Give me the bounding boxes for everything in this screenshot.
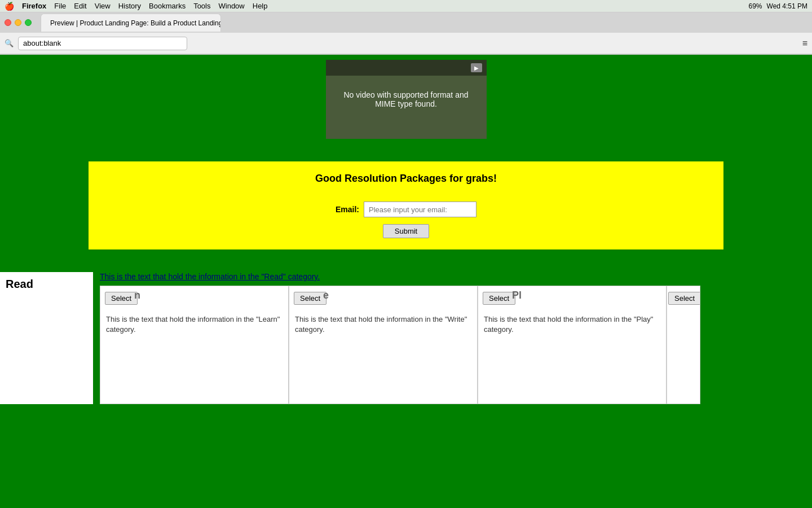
traffic-lights <box>5 19 32 26</box>
card-write-header: e <box>323 290 329 301</box>
card-learn-header: n <box>134 290 140 301</box>
cards-row: Select n This is the text that hold the … <box>100 286 812 404</box>
promo-title: Good Resolution Packages for grabs! <box>100 173 712 185</box>
video-error-text: No video with supported format and MIME … <box>326 90 487 108</box>
card-learn: Select n This is the text that hold the … <box>100 286 289 404</box>
card-write: Select e This is the text that hold the … <box>289 286 478 404</box>
card-play-header: Pl <box>512 290 522 301</box>
menu-bar-left: 🍎 Firefox File Edit View History Bookmar… <box>5 2 739 11</box>
tab-title: Preview | Product Landing Page: Build a … <box>50 19 221 27</box>
browser-chrome: Preview | Product Landing Page: Build a … <box>0 12 812 55</box>
submit-button[interactable]: Submit <box>383 224 429 238</box>
read-label: Read <box>6 278 33 291</box>
menu-window[interactable]: Window <box>219 2 245 10</box>
video-section: ▶ No video with supported format and MIM… <box>0 54 812 139</box>
page-content: ▶ No video with supported format and MIM… <box>0 54 812 508</box>
select-button-play[interactable]: Select <box>483 292 515 305</box>
minimize-button[interactable] <box>15 19 21 26</box>
menu-help[interactable]: Help <box>253 2 268 10</box>
browser-menu-icon[interactable]: ≡ <box>802 38 807 49</box>
menu-edit[interactable]: Edit <box>74 2 86 10</box>
menu-view[interactable]: View <box>95 2 111 10</box>
card-play: Select Pl This is the text that hold the… <box>478 286 667 404</box>
select-button-partial[interactable]: Select <box>668 292 700 305</box>
active-tab[interactable]: Preview | Product Landing Page: Build a … <box>41 14 221 32</box>
select-button-learn[interactable]: Select <box>105 292 138 305</box>
video-controls-bar: ▶ <box>326 60 487 76</box>
clock: Wed 4:51 PM <box>767 2 807 10</box>
card-play-text: This is the text that hold the informati… <box>484 314 660 335</box>
menu-bar: 🍎 Firefox File Edit View History Bookmar… <box>0 0 812 12</box>
card-write-text: This is the text that hold the informati… <box>295 314 471 335</box>
fullscreen-button[interactable] <box>25 19 32 26</box>
promo-section: Good Resolution Packages for grabs! Emai… <box>89 161 723 249</box>
cards-content: This is the text that hold the informati… <box>93 272 812 404</box>
card-learn-text: This is the text that hold the informati… <box>106 314 283 335</box>
cards-section: Read This is the text that hold the info… <box>0 272 812 404</box>
email-row: Email: <box>100 202 712 217</box>
menu-tools[interactable]: Tools <box>193 2 210 10</box>
menu-file[interactable]: File <box>54 2 66 10</box>
category-description: This is the text that hold the informati… <box>100 272 812 281</box>
email-label: Email: <box>336 205 359 214</box>
battery-status: 69% <box>748 2 762 10</box>
apple-icon[interactable]: 🍎 <box>5 2 14 11</box>
menu-bar-right: 69% Wed 4:51 PM <box>748 2 807 10</box>
address-bar[interactable] <box>18 37 187 50</box>
menu-history[interactable]: History <box>118 2 141 10</box>
menu-bookmarks[interactable]: Bookmarks <box>149 2 186 10</box>
tab-bar: Preview | Product Landing Page: Build a … <box>0 12 812 33</box>
email-input[interactable] <box>364 202 476 217</box>
close-button[interactable] <box>5 19 11 26</box>
select-button-write[interactable]: Select <box>294 292 326 305</box>
read-sidebar: Read <box>0 272 93 404</box>
search-icon: 🔍 <box>5 39 14 47</box>
video-placeholder: ▶ No video with supported format and MIM… <box>326 60 487 139</box>
video-play-button[interactable]: ▶ <box>471 63 482 72</box>
browser-toolbar: 🔍 ≡ <box>0 33 812 54</box>
card-partial: Select <box>667 286 700 404</box>
menu-firefox[interactable]: Firefox <box>22 2 46 10</box>
